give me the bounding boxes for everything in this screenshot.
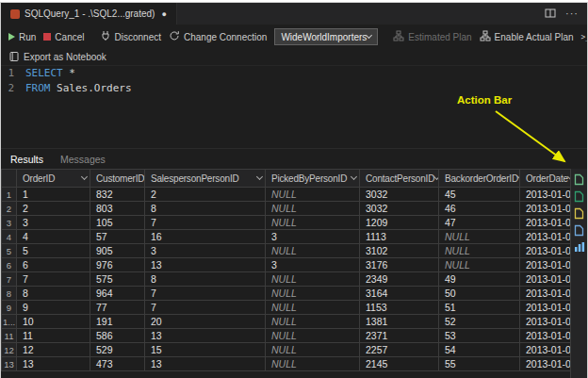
grid-cell[interactable]: NULL <box>439 244 520 258</box>
save-as-excel-icon[interactable] <box>573 189 585 203</box>
cancel-button[interactable]: Cancel <box>43 32 84 42</box>
grid-cell[interactable]: 6 <box>17 258 90 272</box>
more-actions-icon[interactable]: ··· <box>565 8 579 19</box>
grid-cell[interactable]: 5 <box>17 244 90 258</box>
grid-cell[interactable]: NULL <box>266 329 360 343</box>
grid-cell[interactable]: 3 <box>266 230 360 244</box>
grid-cell[interactable]: 8 <box>145 202 266 216</box>
row-number-cell[interactable]: 7 <box>2 272 17 287</box>
grid-cell[interactable]: 15 <box>145 343 266 357</box>
grid-cell[interactable]: 2013-01-0 <box>520 188 571 202</box>
grid-cell[interactable]: 1209 <box>360 216 439 230</box>
grid-cell[interactable]: 55 <box>439 357 520 371</box>
grid-cell[interactable]: 832 <box>90 188 145 202</box>
row-number-cell[interactable]: 4 <box>2 230 17 244</box>
grid-cell[interactable]: 13 <box>145 357 266 371</box>
column-header[interactable]: ContactPersonID <box>360 170 439 188</box>
grid-cell[interactable]: 12 <box>17 343 90 357</box>
grid-cell[interactable]: 2 <box>17 202 90 216</box>
grid-cell[interactable]: 3 <box>266 258 360 272</box>
grid-cell[interactable]: NULL <box>266 287 360 301</box>
grid-cell[interactable]: 8 <box>145 272 266 287</box>
grid-cell[interactable]: 2013-01-0 <box>520 244 571 258</box>
run-button[interactable]: Run <box>8 32 36 42</box>
grid-cell[interactable]: NULL <box>266 202 360 216</box>
grid-cell[interactable]: 57 <box>90 230 145 244</box>
row-number-cell[interactable]: 13 <box>2 357 17 371</box>
grid-cell[interactable]: NULL <box>266 188 360 202</box>
grid-cell[interactable]: 47 <box>439 216 520 230</box>
grid-cell[interactable]: 964 <box>90 287 145 301</box>
grid-cell[interactable]: NULL <box>439 230 520 244</box>
grid-cell[interactable]: 105 <box>90 216 145 230</box>
tab-results[interactable]: Results <box>10 154 43 165</box>
grid-cell[interactable]: 2013-01-0 <box>520 216 571 230</box>
grid-cell[interactable]: 2013-01-0 <box>520 329 571 343</box>
grid-cell[interactable]: NULL <box>266 272 360 287</box>
grid-cell[interactable]: 7 <box>145 216 266 230</box>
grid-cell[interactable]: 2257 <box>360 343 439 357</box>
database-dropdown[interactable]: WideWorldImporters <box>274 28 378 45</box>
grid-cell[interactable]: NULL <box>439 258 520 272</box>
grid-cell[interactable]: 3032 <box>360 202 439 216</box>
grid-cell[interactable]: 45 <box>439 188 520 202</box>
grid-cell[interactable]: 191 <box>90 315 145 329</box>
grid-cell[interactable]: 54 <box>439 343 520 357</box>
save-as-xml-icon[interactable] <box>573 223 585 237</box>
grid-cell[interactable]: 1153 <box>360 301 439 315</box>
grid-cell[interactable]: 9 <box>17 301 90 315</box>
enable-sqlcmd-button[interactable]: >_ Enable SQLCMD <box>581 32 587 42</box>
grid-cell[interactable]: 2013-01-0 <box>520 230 571 244</box>
grid-cell[interactable]: 3 <box>145 244 266 258</box>
grid-cell[interactable]: 53 <box>439 329 520 343</box>
grid-cell[interactable]: 10 <box>17 315 90 329</box>
grid-cell[interactable]: 803 <box>90 202 145 216</box>
grid-cell[interactable]: 20 <box>145 315 266 329</box>
grid-cell[interactable]: 3176 <box>360 258 439 272</box>
column-menu-icon[interactable] <box>256 173 263 180</box>
grid-cell[interactable]: 2013-01-0 <box>520 357 571 371</box>
column-header[interactable]: PickedByPersonID <box>266 170 360 188</box>
grid-cell[interactable]: 1 <box>17 188 90 202</box>
tab-sqlquery[interactable]: SQLQuery_1 - .\SQL2...grated) ● <box>1 3 177 25</box>
grid-cell[interactable]: 2 <box>145 188 266 202</box>
grid-cell[interactable]: NULL <box>266 216 360 230</box>
grid-cell[interactable]: 2145 <box>360 357 439 371</box>
tab-messages[interactable]: Messages <box>60 154 106 165</box>
grid-cell[interactable]: 586 <box>90 329 145 343</box>
row-number-cell[interactable]: 11 <box>2 329 17 343</box>
grid-cell[interactable]: 2013-01-0 <box>520 301 571 315</box>
grid-cell[interactable]: 13 <box>145 329 266 343</box>
grid-cell[interactable]: 2013-01-0 <box>520 258 571 272</box>
grid-cell[interactable]: 16 <box>145 230 266 244</box>
save-as-csv-icon[interactable] <box>573 173 585 186</box>
row-number-cell[interactable]: 6 <box>2 258 17 272</box>
column-header[interactable]: CustomerID <box>90 170 145 188</box>
grid-cell[interactable]: 7 <box>145 287 266 301</box>
grid-cell[interactable]: 976 <box>90 258 145 272</box>
grid-cell[interactable]: NULL <box>266 357 360 371</box>
disconnect-button[interactable]: Disconnect <box>100 30 161 43</box>
grid-cell[interactable]: 11 <box>17 329 90 343</box>
grid-cell[interactable]: 1381 <box>360 315 439 329</box>
grid-cell[interactable]: 2013-01-0 <box>520 315 571 329</box>
grid-cell[interactable]: 7 <box>145 301 266 315</box>
column-menu-icon[interactable] <box>351 173 357 180</box>
split-editor-icon[interactable] <box>545 6 556 23</box>
row-number-cell[interactable]: 5 <box>2 244 17 258</box>
grid-cell[interactable]: 8 <box>17 287 90 301</box>
column-header[interactable]: OrderDate <box>520 170 571 188</box>
grid-cell[interactable]: 49 <box>439 272 520 287</box>
save-as-json-icon[interactable] <box>573 206 585 220</box>
grid-cell[interactable]: 2371 <box>360 329 439 343</box>
grid-cell[interactable]: 473 <box>90 357 145 371</box>
column-menu-icon[interactable] <box>81 173 88 180</box>
grid-cell[interactable]: NULL <box>266 315 360 329</box>
row-number-cell[interactable]: 2 <box>2 202 17 216</box>
grid-cell[interactable]: 2013-01-0 <box>520 343 571 357</box>
grid-cell[interactable]: 7 <box>17 272 90 287</box>
grid-cell[interactable]: 529 <box>90 343 145 357</box>
row-number-cell[interactable]: 12 <box>2 343 17 357</box>
grid-cell[interactable]: NULL <box>266 343 360 357</box>
grid-cell[interactable]: 77 <box>90 301 145 315</box>
